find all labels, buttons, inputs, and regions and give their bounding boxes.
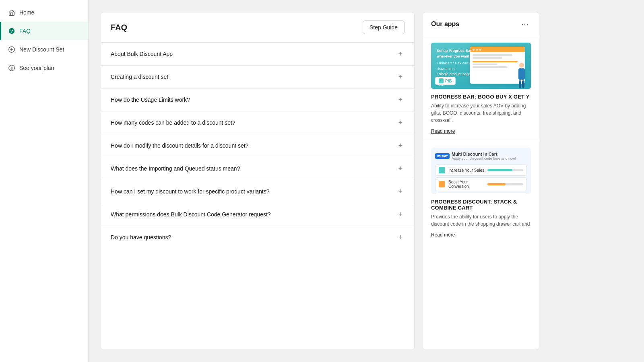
faq-expand-questions-icon: + xyxy=(396,233,405,241)
app-card-1-desc: Ability to increase your sales AOV by ad… xyxy=(431,102,531,124)
app-row-1-bar-fill xyxy=(487,169,512,171)
apps-header: Our apps ⋯ xyxy=(423,12,539,36)
app-card-1-name: PROGRESS BAR: BOGO BUY X GET Y xyxy=(431,94,531,100)
faq-item-permissions[interactable]: What permissions does Bulk Discount Code… xyxy=(101,203,414,226)
app-row-1: Increase Your Sales xyxy=(435,165,527,176)
faq-expand-about-icon: + xyxy=(396,50,405,58)
faq-expand-usage-icon: + xyxy=(396,96,405,104)
app-card-2-desc: Provides the ability for users to apply … xyxy=(431,213,531,228)
faq-icon: ? xyxy=(8,27,15,35)
app-row-3: Targeted Sales xyxy=(435,193,527,194)
faq-item-usage[interactable]: How do the Usage Limits work? + xyxy=(101,88,414,111)
faq-expand-codes-icon: + xyxy=(396,119,405,127)
app-row-1-bar xyxy=(487,169,523,171)
app-row-2: Boost Your Conversion xyxy=(435,177,527,191)
faq-item-permissions-text: What permissions does Bulk Discount Code… xyxy=(111,211,271,218)
app-row-2-label: Boost Your Conversion xyxy=(448,180,484,189)
app-row-1-label: Increase Your Sales xyxy=(448,168,484,173)
sidebar-item-home-label: Home xyxy=(19,9,34,16)
faq-item-questions[interactable]: Do you have questions? + xyxy=(101,226,414,249)
faq-item-codes[interactable]: How many codes can be added to a discoun… xyxy=(101,111,414,134)
more-options-icon: ⋯ xyxy=(521,20,528,28)
app-row-2-dot xyxy=(439,181,445,187)
sidebar-item-plan[interactable]: $ See your plan xyxy=(0,59,88,77)
faq-expand-status-icon: + xyxy=(396,165,405,173)
faq-item-variants[interactable]: How can I set my discount to work for sp… xyxy=(101,180,414,203)
app-card-1-read-more[interactable]: Read more xyxy=(431,128,455,134)
faq-item-modify[interactable]: How do I modify the discount details for… xyxy=(101,134,414,157)
faq-expand-modify-icon: + xyxy=(396,142,405,150)
app-card-multi-discount: mCart Multi Discount In Cart Apply your … xyxy=(423,141,539,245)
faq-item-status[interactable]: What does the Importing and Queued statu… xyxy=(101,157,414,180)
svg-text:$: $ xyxy=(10,66,12,70)
faq-panel: FAQ Step Guide About Bulk Discount App +… xyxy=(101,12,415,350)
app-row-2-bar-fill xyxy=(487,183,506,185)
app-row-1-dot xyxy=(439,167,445,173)
faq-item-about-text: About Bulk Discount App xyxy=(111,51,173,57)
faq-title: FAQ xyxy=(111,23,127,32)
sidebar-item-plan-label: See your plan xyxy=(19,65,54,71)
faq-expand-variants-icon: + xyxy=(396,187,405,195)
mcart-logo-box: mCart xyxy=(435,153,450,159)
faq-header: FAQ Step Guide xyxy=(101,12,414,43)
faq-item-codes-text: How many codes can be added to a discoun… xyxy=(111,119,235,126)
svg-text:?: ? xyxy=(10,29,13,34)
mcart-logo-desc: Apply your discount code here and now! xyxy=(452,156,516,160)
apps-title: Our apps xyxy=(431,21,459,28)
faq-item-usage-text: How do the Usage Limits work? xyxy=(111,97,190,103)
apps-panel: Our apps ⋯ xyxy=(423,12,539,350)
faq-item-questions-text: Do you have questions? xyxy=(111,234,171,241)
apps-menu-button[interactable]: ⋯ xyxy=(519,19,531,29)
faq-item-about[interactable]: About Bulk Discount App + xyxy=(101,43,414,66)
sidebar-item-new-discount[interactable]: New Discount Set xyxy=(0,40,88,59)
faq-item-status-text: What does the Importing and Queued statu… xyxy=(111,165,240,172)
sidebar: Home ? FAQ New Discount Set $ See xyxy=(0,0,89,362)
app-card-2-name: PROGRESS DISCOUNT: STACK & COMBINE CART xyxy=(431,199,531,211)
faq-item-creating-text: Creating a discount set xyxy=(111,74,168,80)
sidebar-item-new-discount-label: New Discount Set xyxy=(19,46,64,53)
faq-item-modify-text: How do I modify the discount details for… xyxy=(111,142,248,149)
app-row-2-bar xyxy=(487,183,523,185)
plus-circle-icon xyxy=(8,46,15,53)
sidebar-item-home[interactable]: Home xyxy=(0,3,88,22)
faq-item-creating[interactable]: Creating a discount set + xyxy=(101,66,414,88)
home-icon xyxy=(8,9,15,16)
app-image-progress-bar: Set up Progress Bar wherever you want • … xyxy=(431,43,531,89)
faq-expand-creating-icon: + xyxy=(396,73,405,81)
mcart-logo: mCart Multi Discount In Cart Apply your … xyxy=(435,152,527,160)
dollar-circle-icon: $ xyxy=(8,64,15,72)
sidebar-item-faq-label: FAQ xyxy=(19,28,31,34)
sidebar-item-faq[interactable]: ? FAQ xyxy=(0,22,88,40)
app-card-2-read-more[interactable]: Read more xyxy=(431,232,455,238)
faq-item-variants-text: How can I set my discount to work for sp… xyxy=(111,188,270,195)
app-image-multi-discount: mCart Multi Discount In Cart Apply your … xyxy=(431,148,531,194)
step-guide-button[interactable]: Step Guide xyxy=(363,21,405,34)
mcart-logo-name: Multi Discount In Cart xyxy=(452,152,516,156)
main-content: FAQ Step Guide About Bulk Discount App +… xyxy=(89,0,644,362)
app-card-progress-bar: Set up Progress Bar wherever you want • … xyxy=(423,36,539,141)
faq-expand-permissions-icon: + xyxy=(396,210,405,218)
